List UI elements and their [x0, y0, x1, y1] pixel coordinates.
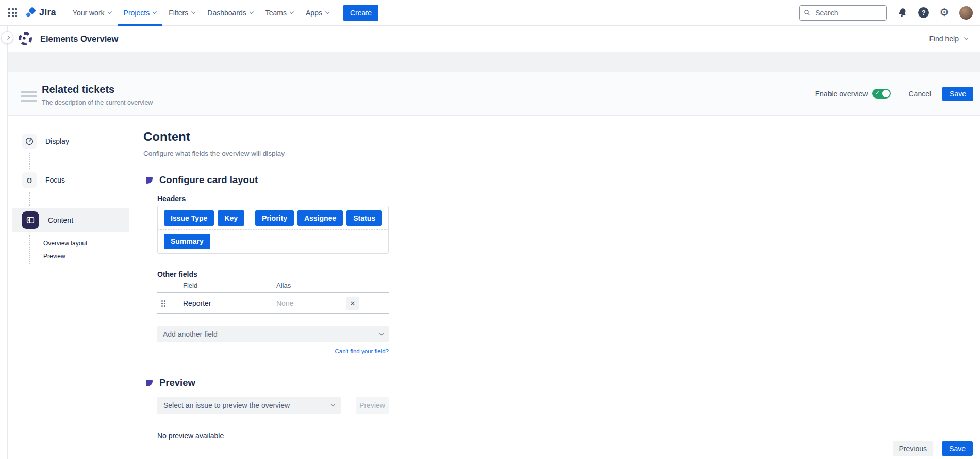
settings-gear-icon[interactable]: ⚙ — [939, 7, 949, 18]
issue-select[interactable]: Select an issue to preview the overview — [157, 397, 341, 414]
expand-sidebar-button[interactable] — [1, 31, 13, 44]
horizontal-dashed-divider — [158, 230, 388, 230]
headers-left-group: Issue Type Key — [164, 210, 244, 226]
preview-section-header: Preview — [146, 377, 401, 388]
other-fields-label: Other fields — [157, 270, 389, 279]
page-title: Elements Overview — [40, 34, 118, 44]
display-step-icon — [22, 134, 37, 149]
nav-item-label: Projects — [124, 9, 150, 17]
nav-item-dashboards[interactable]: Dashboards — [201, 0, 259, 26]
nav-item-label: Apps — [306, 9, 322, 17]
field-chip-status[interactable]: Status — [346, 210, 382, 226]
row-drag-handle-icon[interactable] — [161, 300, 163, 302]
notifications-bell-icon[interactable] — [896, 6, 909, 19]
field-chip-issue-type[interactable]: Issue Type — [164, 210, 214, 226]
search-input[interactable] — [814, 8, 882, 18]
search-icon — [804, 9, 810, 17]
overview-title: Related tickets — [42, 84, 114, 95]
headers-label: Headers — [157, 194, 389, 203]
wizard-footer: Previous Save — [893, 441, 973, 456]
headers-card: Issue Type Key Priority Assignee Status … — [157, 206, 389, 254]
previous-button[interactable]: Previous — [893, 441, 933, 456]
chevron-down-icon — [107, 9, 111, 13]
step-display[interactable]: Display — [8, 134, 129, 149]
substep-preview[interactable]: Preview — [43, 253, 65, 260]
headers-bottom-row: Summary — [164, 234, 382, 249]
vertical-dashed-divider — [255, 208, 255, 228]
chevron-down-icon — [964, 36, 968, 40]
nav-item-your-work[interactable]: Your work — [67, 0, 118, 26]
nav-item-label: Teams — [265, 9, 287, 17]
enable-overview-toggle[interactable]: ✓ — [872, 89, 891, 99]
chevron-down-icon — [325, 9, 329, 13]
table-row: Reporter None ✕ — [157, 293, 389, 314]
focus-icon: ʊ — [27, 176, 32, 185]
nav-right-cluster: ? ⚙ — [799, 5, 973, 21]
nav-item-apps[interactable]: Apps — [300, 0, 335, 26]
chevron-down-icon — [191, 9, 195, 13]
app-switcher-icon[interactable] — [8, 8, 17, 17]
save-button-top[interactable]: Save — [942, 87, 973, 101]
row-field-name: Reporter — [183, 299, 211, 307]
step-label: Content — [48, 216, 73, 224]
substep-overview-layout[interactable]: Overview layout — [43, 240, 87, 247]
enable-overview-label: Enable overview — [815, 90, 868, 98]
preview-button[interactable]: Preview — [356, 397, 389, 414]
chevron-down-icon — [250, 9, 254, 13]
help-link-row: Can't find your field? — [157, 346, 389, 355]
add-field-select[interactable]: Add another field — [157, 326, 389, 342]
field-chip-key[interactable]: Key — [218, 210, 244, 226]
steps-sidebar: Display ʊ Focus Content Overview layout … — [8, 116, 129, 459]
save-button-bottom[interactable]: Save — [942, 441, 973, 456]
overview-list-strip — [8, 52, 980, 72]
card-layout-section-header: Configure card layout — [146, 174, 401, 186]
layout-board-icon — [26, 216, 35, 225]
nav-item-filters[interactable]: Filters — [162, 0, 201, 26]
column-header-alias: Alias — [276, 282, 291, 289]
top-navigation-bar: Jira Your work Projects Filters Dashboar… — [0, 0, 980, 26]
nav-item-label: Filters — [169, 9, 188, 17]
help-icon[interactable]: ? — [918, 7, 929, 18]
jira-logo[interactable]: Jira — [25, 7, 56, 19]
field-chip-assignee[interactable]: Assignee — [297, 210, 343, 226]
issue-select-placeholder: Select an issue to preview the overview — [163, 401, 290, 409]
sidebar-divider — [7, 26, 8, 459]
step-label: Focus — [45, 176, 65, 184]
step-focus[interactable]: ʊ Focus — [8, 172, 129, 188]
overview-controls: Enable overview ✓ Cancel Save — [815, 72, 973, 115]
step-connector — [29, 192, 30, 206]
cant-find-field-link[interactable]: Can't find your field? — [335, 348, 389, 354]
create-button[interactable]: Create — [343, 5, 378, 21]
nav-item-label: Your work — [73, 9, 105, 17]
content-step-icon — [22, 211, 39, 229]
add-field-placeholder: Add another field — [163, 330, 218, 338]
nav-item-teams[interactable]: Teams — [259, 0, 300, 26]
chevron-down-icon — [290, 9, 294, 13]
nav-item-projects[interactable]: Projects — [118, 0, 163, 26]
step-connector — [29, 153, 30, 169]
check-icon: ✓ — [875, 90, 879, 96]
overview-description: The description of the current overview — [42, 99, 153, 106]
global-search[interactable] — [799, 5, 887, 21]
main-menu: Your work Projects Filters Dashboards Te… — [67, 0, 335, 26]
content-heading: Content — [143, 129, 401, 144]
focus-step-icon: ʊ — [22, 172, 37, 188]
cancel-button[interactable]: Cancel — [904, 87, 935, 101]
field-chip-priority[interactable]: Priority — [255, 210, 294, 226]
find-help-dropdown[interactable]: Find help — [929, 35, 968, 43]
drag-handle-icon[interactable] — [21, 91, 37, 104]
app-header-bar: Elements Overview Find help — [0, 26, 980, 52]
step-content[interactable]: Content — [12, 208, 129, 232]
row-alias-input[interactable]: None — [276, 299, 293, 307]
nav-item-label: Dashboards — [207, 9, 246, 17]
headers-right-group: Priority Assignee Status — [255, 210, 382, 226]
no-preview-text: No preview available — [157, 432, 389, 440]
preview-controls-row: Select an issue to preview the overview … — [157, 397, 389, 414]
find-help-label: Find help — [929, 35, 959, 43]
jira-mark-icon — [25, 7, 37, 19]
field-chip-summary[interactable]: Summary — [164, 234, 210, 249]
remove-field-button[interactable]: ✕ — [346, 297, 359, 310]
user-avatar[interactable] — [959, 6, 973, 20]
close-icon: ✕ — [350, 300, 356, 307]
headers-top-row: Issue Type Key Priority Assignee Status — [164, 210, 382, 226]
